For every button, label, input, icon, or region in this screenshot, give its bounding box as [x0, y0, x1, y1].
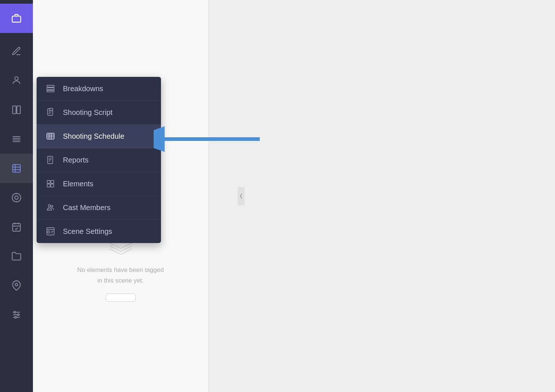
svg-rect-3: [13, 106, 16, 114]
svg-point-49: [51, 206, 53, 208]
secondary-sidebar: Breakdowns Shooting Script: [33, 0, 209, 392]
svg-rect-28: [47, 88, 54, 90]
user-nav-button[interactable]: [0, 66, 33, 95]
camera-nav-button[interactable]: [0, 183, 33, 212]
dropdown-item-elements[interactable]: Elements: [37, 172, 161, 196]
scene-settings-icon: [45, 226, 56, 236]
breakdowns-icon: [45, 83, 56, 94]
sliders-nav-button[interactable]: [0, 300, 33, 329]
svg-rect-46: [47, 184, 50, 187]
dropdown-item-shooting-schedule[interactable]: Shooting Schedule: [37, 124, 161, 148]
svg-rect-47: [51, 184, 54, 187]
svg-point-48: [48, 205, 50, 207]
rows-nav-button[interactable]: [0, 124, 33, 154]
svg-point-13: [15, 196, 18, 199]
svg-rect-35: [47, 133, 54, 139]
svg-rect-0: [12, 16, 20, 22]
svg-point-51: [48, 231, 50, 233]
svg-rect-16: [13, 224, 20, 231]
svg-rect-9: [13, 165, 20, 172]
dropdown-item-shooting-script[interactable]: Shooting Script: [37, 101, 161, 124]
pencil-nav-button[interactable]: [0, 37, 33, 66]
dropdown-item-scene-settings[interactable]: Scene Settings: [37, 220, 161, 243]
reports-icon: [45, 155, 56, 165]
dropdown-item-cast-members[interactable]: Cast Members: [37, 196, 161, 220]
svg-point-25: [17, 314, 19, 316]
reports-label: Reports: [63, 156, 89, 164]
layout-nav-button[interactable]: [0, 95, 33, 124]
dropdown-menu: Breakdowns Shooting Script: [37, 77, 161, 243]
arrow-annotation: [154, 121, 263, 159]
icon-bar: [0, 0, 33, 392]
svg-point-26: [15, 317, 16, 318]
dropdown-item-breakdowns[interactable]: Breakdowns: [37, 77, 161, 101]
scene-settings-label: Scene Settings: [63, 227, 112, 236]
svg-point-24: [14, 311, 16, 313]
svg-point-2: [15, 77, 18, 80]
main-content: [209, 0, 555, 392]
svg-rect-45: [51, 180, 54, 183]
elements-label: Elements: [63, 180, 93, 188]
shooting-script-icon: [45, 107, 56, 117]
svg-rect-40: [48, 156, 53, 164]
app-icon-button[interactable]: [0, 4, 33, 33]
cast-members-label: Cast Members: [63, 204, 110, 212]
svg-rect-29: [47, 90, 54, 92]
empty-state-button[interactable]: [106, 294, 136, 302]
svg-rect-4: [17, 106, 20, 114]
svg-point-20: [15, 283, 18, 286]
schedule-nav-button[interactable]: [0, 154, 33, 183]
shooting-schedule-label: Shooting Schedule: [63, 132, 124, 141]
collapse-handle[interactable]: [238, 187, 244, 205]
svg-rect-34: [50, 108, 53, 111]
cast-members-icon: [45, 202, 56, 213]
svg-rect-44: [47, 180, 50, 183]
breakdowns-label: Breakdowns: [63, 85, 103, 93]
dropdown-item-reports[interactable]: Reports: [37, 148, 161, 172]
elements-icon: [45, 179, 56, 189]
svg-rect-27: [47, 85, 54, 87]
location-nav-button[interactable]: [0, 271, 33, 300]
shooting-script-label: Shooting Script: [63, 108, 113, 117]
empty-state-text: No elements have been tagged in this sce…: [77, 265, 164, 286]
calendar-nav-button[interactable]: [0, 212, 33, 242]
shooting-schedule-icon: [45, 131, 56, 141]
folder-nav-button[interactable]: [0, 242, 33, 271]
